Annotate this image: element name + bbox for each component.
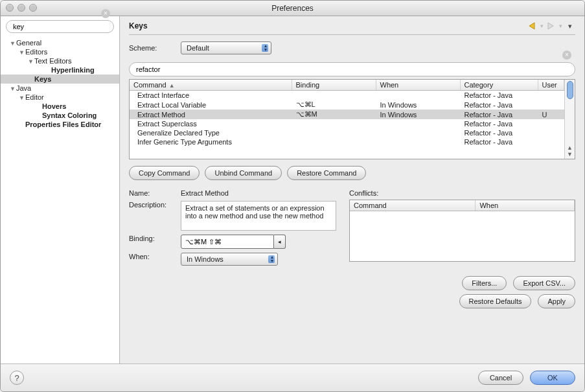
disclosure-icon[interactable]: ▼ <box>28 58 33 65</box>
table-row[interactable]: Infer Generic Type ArgumentsRefactor - J… <box>130 137 564 146</box>
conflicts-col-command[interactable]: Command <box>350 200 476 211</box>
name-label: Name: <box>129 189 174 197</box>
table-row[interactable]: Extract SuperclassRefactor - Java <box>130 119 564 128</box>
when-select[interactable]: In Windows ▴▾ <box>181 253 278 266</box>
close-icon[interactable] <box>6 4 14 12</box>
clear-icon[interactable]: × <box>562 51 571 60</box>
menu-icon[interactable]: ▾ <box>565 21 575 30</box>
col-when[interactable]: When <box>376 80 460 91</box>
copy-command-button[interactable]: Copy Command <box>129 166 200 180</box>
tree-item-java[interactable]: ▼Java <box>1 84 119 93</box>
clear-icon[interactable]: × <box>101 9 110 18</box>
tree-item-keys[interactable]: Keys <box>1 75 119 84</box>
table-row[interactable]: Generalize Declared TypeRefactor - Java <box>130 128 564 137</box>
when-value: In Windows <box>187 255 224 263</box>
ok-button[interactable]: OK <box>530 371 575 385</box>
disclosure-icon[interactable]: ▼ <box>10 40 15 47</box>
chevron-down-icon[interactable]: ▾ <box>540 23 544 29</box>
traffic-lights <box>6 4 37 12</box>
conflicts-col-when[interactable]: When <box>476 200 575 211</box>
table-row[interactable]: Extract InterfaceRefactor - Java <box>130 91 564 100</box>
titlebar: Preferences <box>1 1 584 16</box>
cancel-button[interactable]: Cancel <box>478 371 523 385</box>
binding-label: Binding: <box>129 235 174 242</box>
preferences-window: Preferences × ▼General▼Editors▼Text Edit… <box>0 0 585 392</box>
tree-item-general[interactable]: ▼General <box>1 38 119 47</box>
binding-menu-button[interactable]: ◂ <box>274 235 286 249</box>
sidebar-filter-input[interactable] <box>6 20 114 33</box>
apply-button[interactable]: Apply <box>538 294 575 308</box>
export-csv-button[interactable]: Export CSV... <box>513 276 575 290</box>
description-text: Extract a set of statements or an expres… <box>181 201 336 231</box>
scroll-down-icon: ▼ <box>567 151 573 157</box>
disclosure-icon[interactable]: ▼ <box>10 86 15 92</box>
window-title: Preferences <box>271 4 314 13</box>
bindings-table[interactable]: Command▲ Binding When Category User Extr… <box>129 79 575 159</box>
restore-command-button[interactable]: Restore Command <box>287 166 366 180</box>
restore-defaults-button[interactable]: Restore Defaults <box>459 294 532 308</box>
back-icon[interactable] <box>527 21 538 30</box>
conflicts-table[interactable]: Command When <box>349 200 575 262</box>
tree-item-hovers[interactable]: Hovers <box>1 102 119 111</box>
scheme-label: Scheme: <box>129 44 174 52</box>
when-label: When: <box>129 253 174 260</box>
sidebar: × ▼General▼Editors▼Text EditorsHyperlink… <box>1 16 120 363</box>
unbind-command-button[interactable]: Unbind Command <box>205 166 282 180</box>
conflicts-label: Conflicts: <box>349 189 378 197</box>
tree-item-editor[interactable]: ▼Editor <box>1 93 119 102</box>
forward-icon[interactable] <box>546 21 556 30</box>
tree-item-text-editors[interactable]: ▼Text Editors <box>1 56 119 65</box>
disclosure-icon[interactable]: ▼ <box>19 49 24 56</box>
scheme-select[interactable]: Default ▴▾ <box>181 41 271 54</box>
scrollbar[interactable]: ▲ ▼ <box>564 80 575 159</box>
tree-item-hyperlinking[interactable]: Hyperlinking <box>1 65 119 75</box>
page-title: Keys <box>129 21 148 30</box>
tree-item-syntax-coloring[interactable]: Syntax Coloring <box>1 111 119 120</box>
help-icon[interactable]: ? <box>10 371 24 385</box>
footer: ? Cancel OK <box>1 363 584 391</box>
nav-arrows: ▾ ▾ ▾ <box>527 21 575 30</box>
name-value: Extract Method <box>181 189 229 197</box>
scroll-up-icon: ▲ <box>567 144 573 151</box>
scheme-value: Default <box>187 44 209 52</box>
col-user[interactable]: User <box>538 80 564 91</box>
table-row[interactable]: Extract Local Variable⌥⌘LIn WindowsRefac… <box>130 100 564 110</box>
preference-tree[interactable]: ▼General▼Editors▼Text EditorsHyperlinkin… <box>1 37 119 363</box>
col-category[interactable]: Category <box>460 80 538 91</box>
tree-item-editors[interactable]: ▼Editors <box>1 47 119 56</box>
disclosure-icon[interactable]: ▼ <box>19 95 24 101</box>
keys-page: Keys ▾ ▾ ▾ Scheme: Default ▴▾ <box>120 16 584 363</box>
description-label: Description: <box>129 201 174 209</box>
minimize-icon[interactable] <box>17 4 25 12</box>
tree-item-properties-files-editor[interactable]: Properties Files Editor <box>1 120 119 129</box>
col-binding[interactable]: Binding <box>292 80 376 91</box>
table-row[interactable]: Extract Method⌥⌘MIn WindowsRefactor - Ja… <box>130 110 564 119</box>
chevron-down-icon[interactable]: ▾ <box>559 23 562 29</box>
filters-button[interactable]: Filters... <box>462 276 507 290</box>
col-command[interactable]: Command▲ <box>130 80 292 91</box>
binding-input[interactable] <box>181 235 274 249</box>
zoom-icon[interactable] <box>29 4 37 12</box>
command-filter-input[interactable] <box>129 62 575 76</box>
